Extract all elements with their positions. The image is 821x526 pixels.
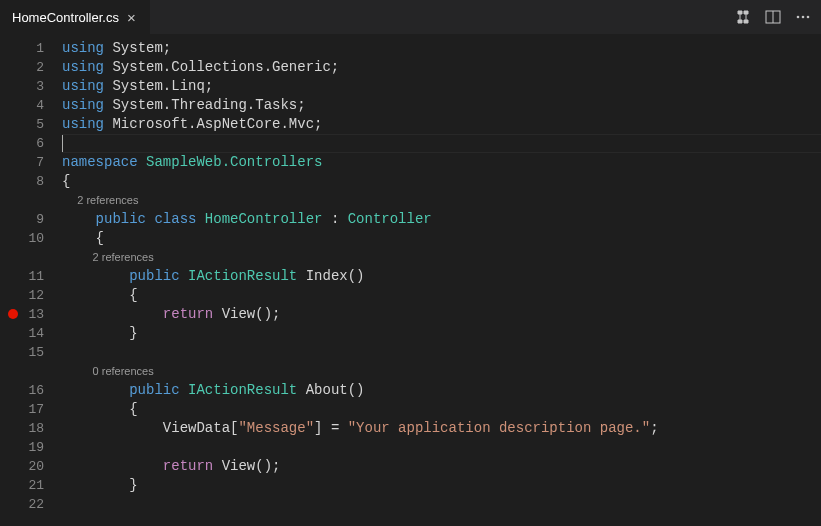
code-line xyxy=(62,134,821,153)
code-line: using Microsoft.AspNetCore.Mvc; xyxy=(62,115,821,134)
code-line: return View(); xyxy=(62,305,821,324)
editor-area[interactable]: 1 2 3 4 5 6 7 8 9 10 11 12 13 14 15 16 1… xyxy=(0,35,821,526)
code-content[interactable]: using System; using System.Collections.G… xyxy=(62,35,821,526)
line-number: 10 xyxy=(0,229,62,248)
code-line: using System.Linq; xyxy=(62,77,821,96)
line-number: 8 xyxy=(0,172,62,191)
line-number: 15 xyxy=(0,343,62,362)
close-icon[interactable]: × xyxy=(125,8,138,27)
code-line xyxy=(62,495,821,514)
code-line: using System.Collections.Generic; xyxy=(62,58,821,77)
line-number: 2 xyxy=(0,58,62,77)
codelens-references[interactable]: 2 references xyxy=(62,248,821,267)
code-line: namespace SampleWeb.Controllers xyxy=(62,153,821,172)
line-number: 11 xyxy=(0,267,62,286)
text-caret xyxy=(62,135,63,152)
code-line: ViewData["Message"] = "Your application … xyxy=(62,419,821,438)
code-line: return View(); xyxy=(62,457,821,476)
code-line: public IActionResult Index() xyxy=(62,267,821,286)
line-number: 22 xyxy=(0,495,62,514)
line-number: 4 xyxy=(0,96,62,115)
line-number: 19 xyxy=(0,438,62,457)
code-line: { xyxy=(62,400,821,419)
codelens-gutter xyxy=(0,191,62,210)
line-number: 20 xyxy=(0,457,62,476)
code-line: using System.Threading.Tasks; xyxy=(62,96,821,115)
line-number: 9 xyxy=(0,210,62,229)
line-number: 12 xyxy=(0,286,62,305)
tab-title: HomeController.cs xyxy=(12,10,119,25)
more-icon[interactable] xyxy=(795,9,811,25)
svg-point-4 xyxy=(807,16,810,19)
compare-icon[interactable] xyxy=(735,9,751,25)
tab-bar: HomeController.cs × xyxy=(0,0,821,35)
line-number: 18 xyxy=(0,419,62,438)
tab-homecontroller[interactable]: HomeController.cs × xyxy=(0,0,151,34)
code-line: { xyxy=(62,229,821,248)
code-line xyxy=(62,438,821,457)
line-number: 7 xyxy=(0,153,62,172)
line-number: 5 xyxy=(0,115,62,134)
line-number: 3 xyxy=(0,77,62,96)
code-line: using System; xyxy=(62,39,821,58)
codelens-references[interactable]: 0 references xyxy=(62,362,821,381)
codelens-gutter xyxy=(0,248,62,267)
line-number: 21 xyxy=(0,476,62,495)
line-number: 1 xyxy=(0,39,62,58)
codelens-gutter xyxy=(0,362,62,381)
code-line xyxy=(62,343,821,362)
code-line: { xyxy=(62,286,821,305)
line-number: 6 xyxy=(0,134,62,153)
code-line: public IActionResult About() xyxy=(62,381,821,400)
code-line: } xyxy=(62,324,821,343)
svg-point-2 xyxy=(797,16,800,19)
code-line: public class HomeController : Controller xyxy=(62,210,821,229)
breakpoint-icon[interactable] xyxy=(8,309,18,319)
code-line: } xyxy=(62,476,821,495)
svg-point-3 xyxy=(802,16,805,19)
split-editor-icon[interactable] xyxy=(765,9,781,25)
code-line: { xyxy=(62,172,821,191)
line-number: 14 xyxy=(0,324,62,343)
line-number-gutter: 1 2 3 4 5 6 7 8 9 10 11 12 13 14 15 16 1… xyxy=(0,35,62,526)
codelens-references[interactable]: 2 references xyxy=(62,191,821,210)
editor-actions xyxy=(735,0,821,34)
line-number: 17 xyxy=(0,400,62,419)
line-number: 16 xyxy=(0,381,62,400)
